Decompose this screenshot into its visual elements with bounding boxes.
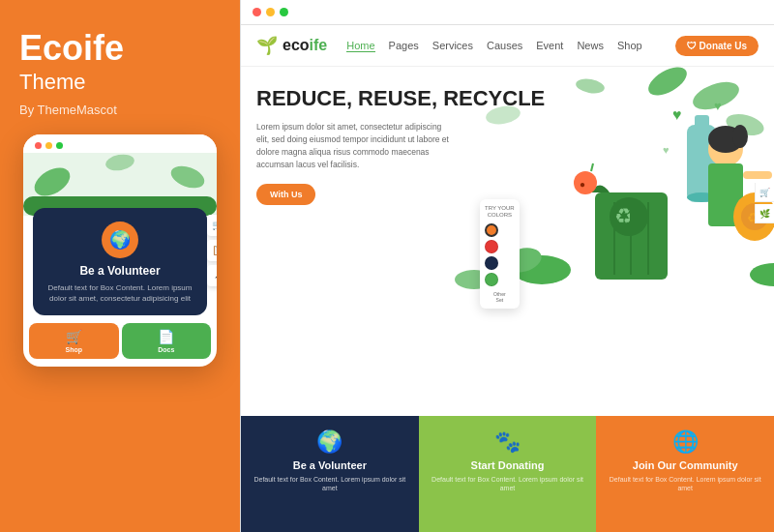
- hero-with-us-button[interactable]: With Us: [256, 184, 315, 205]
- color-swatch-orange[interactable]: [485, 223, 498, 237]
- color-picker-label: TRY YOURCOLORS: [485, 205, 515, 219]
- mobile-volunteer-icon: 🌍: [102, 222, 138, 258]
- brand-by: By ThemeMascot: [19, 103, 221, 117]
- community-card-text: Default text for Box Content. Lorem ipsu…: [606, 475, 764, 492]
- mobile-volunteer-card: 🌍 Be a Volunteer Default text for Box Co…: [33, 208, 207, 315]
- mobile-shop-label: Shop: [33, 346, 115, 353]
- nav-link-news[interactable]: News: [577, 40, 604, 52]
- mobile-shop-icon: 🛒: [33, 329, 115, 344]
- mobile-dot-yellow: [45, 142, 52, 149]
- bottom-cards: 🌍 Be a Volunteer Default text for Box Co…: [241, 416, 774, 532]
- browser-bar: [241, 0, 774, 25]
- mobile-docs-icon: 📄: [126, 329, 208, 344]
- browser-dot-yellow: [266, 8, 275, 16]
- logo-leaf-icon: 🌱: [256, 35, 278, 56]
- donating-card: 🐾 Start Donating Default text for Box Co…: [419, 416, 597, 532]
- browser-dot-green: [280, 8, 288, 16]
- volunteer-icon: 🌍: [316, 429, 342, 455]
- community-card: 🌐 Join Our Community Default text for Bo…: [596, 416, 774, 532]
- color-picker-sidebar: TRY YOURCOLORS OtherSet: [480, 199, 520, 309]
- browser-content: 🌱 ecoife Home Pages Services Causes Even…: [241, 25, 774, 532]
- volunteer-card-title: Be a Volunteer: [293, 459, 367, 471]
- site-nav: 🌱 ecoife Home Pages Services Causes Even…: [241, 25, 774, 67]
- mobile-dot-green: [56, 142, 63, 149]
- color-swatch-darkblue[interactable]: [485, 256, 498, 270]
- site-logo: 🌱 ecoife: [256, 35, 327, 56]
- donate-label: Donate Us: [700, 41, 747, 51]
- donating-icon: 🐾: [494, 429, 521, 455]
- donating-card-text: Default text for Box Content. Lorem ipsu…: [429, 475, 587, 492]
- nav-link-causes[interactable]: Causes: [487, 40, 522, 52]
- donating-card-title: Start Donating: [471, 459, 545, 471]
- nav-links: Home Pages Services Causes Event News Sh…: [346, 40, 675, 52]
- nav-link-home[interactable]: Home: [346, 40, 374, 52]
- color-swatch-green[interactable]: [485, 273, 498, 286]
- mobile-sidebar-icon-doc[interactable]: 📋: [207, 240, 217, 261]
- brand-subtitle: Theme: [19, 70, 221, 95]
- volunteer-card: 🌍 Be a Volunteer Default text for Box Co…: [241, 416, 419, 532]
- hero-desc: Lorem ipsum dolor sit amet, consectetur …: [256, 121, 450, 170]
- community-icon: 🌐: [672, 429, 699, 455]
- nav-link-services[interactable]: Services: [432, 40, 473, 52]
- mobile-sidebar-icons: 🛒 📋 ↗: [207, 215, 217, 286]
- left-panel: Ecoife Theme By ThemeMascot 🌍 Be a: [0, 0, 240, 532]
- donate-icon: 🛡: [687, 41, 697, 51]
- mobile-mockup: 🌍 Be a Volunteer Default text for Box Co…: [23, 134, 217, 367]
- mobile-dot-red: [35, 142, 42, 149]
- mobile-card-title: Be a Volunteer: [45, 264, 195, 278]
- mobile-hero: [23, 153, 217, 216]
- volunteer-card-text: Default text for Box Content. Lorem ipsu…: [251, 475, 409, 492]
- mobile-sidebar-icon-cart[interactable]: 🛒: [207, 215, 217, 236]
- browser-dot-red: [253, 8, 261, 16]
- color-picker-other-label: OtherSet: [485, 291, 515, 303]
- brand-title: Ecoife: [19, 29, 221, 68]
- community-card-title: Join Our Community: [633, 459, 738, 471]
- color-swatch-red[interactable]: [485, 240, 498, 253]
- mobile-bottom-card-shop: 🛒 Shop: [29, 323, 119, 359]
- mobile-bottom-cards: 🛒 Shop 📄 Docs: [23, 323, 217, 367]
- nav-link-pages[interactable]: Pages: [389, 40, 419, 52]
- mobile-sidebar-icon-share[interactable]: ↗: [207, 265, 217, 286]
- mobile-card-text: Default text for Box Content. Lorem ipsu…: [45, 282, 195, 304]
- donate-button[interactable]: 🛡 Donate Us: [675, 36, 759, 56]
- logo-text: ecoife: [283, 37, 327, 54]
- hero-title: REDUCE, REUSE, RECYCLE: [256, 86, 759, 111]
- hero-btn-label: With Us: [270, 190, 302, 199]
- mobile-docs-label: Docs: [126, 346, 208, 353]
- mobile-bottom-card-docs: 📄 Docs: [122, 323, 212, 359]
- mobile-hero-svg: [23, 153, 217, 216]
- mobile-top-bar: [23, 134, 217, 153]
- nav-link-event[interactable]: Event: [536, 40, 563, 52]
- right-panel: 🌱 ecoife Home Pages Services Causes Even…: [240, 0, 774, 532]
- nav-link-shop[interactable]: Shop: [617, 40, 642, 52]
